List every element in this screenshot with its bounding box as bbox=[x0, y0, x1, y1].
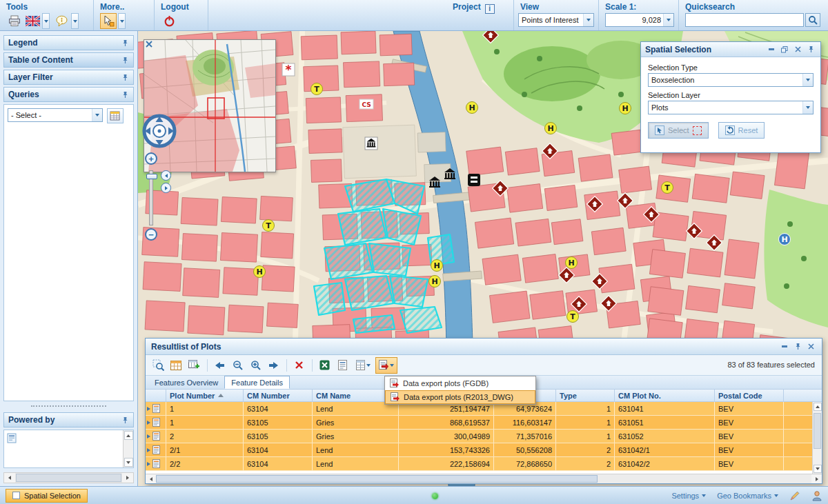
scale-dropdown-caret[interactable] bbox=[663, 14, 673, 26]
project-info-icon[interactable]: i bbox=[485, 4, 495, 14]
clear-selection-button[interactable] bbox=[290, 357, 307, 374]
scrollbar-thumb[interactable] bbox=[156, 475, 598, 483]
reset-button[interactable]: Reset bbox=[718, 122, 765, 139]
minimize-button[interactable] bbox=[779, 341, 790, 352]
pin-icon[interactable] bbox=[805, 44, 816, 54]
row-expand-icon[interactable] bbox=[147, 462, 150, 466]
cs-marker[interactable]: CS bbox=[359, 99, 373, 109]
data-export-button[interactable] bbox=[375, 357, 397, 374]
query-table-button[interactable] bbox=[107, 108, 124, 123]
pin-icon[interactable] bbox=[121, 416, 129, 424]
row-form-icon[interactable] bbox=[152, 404, 160, 413]
quicksearch-button[interactable] bbox=[805, 13, 820, 27]
table-row[interactable]: 1 63105 Gries 868,619537 116,603147 1 63… bbox=[146, 416, 822, 430]
row-expand-icon[interactable] bbox=[147, 421, 150, 425]
scale-combobox[interactable]: 9,028 bbox=[605, 13, 674, 27]
previous-record-button[interactable] bbox=[211, 357, 228, 374]
pan-compass[interactable] bbox=[141, 112, 178, 150]
table-row[interactable]: 2 63105 Gries 300,04989 71,357016 1 6310… bbox=[146, 430, 822, 443]
close-button[interactable] bbox=[792, 44, 803, 54]
quicksearch-input[interactable] bbox=[685, 13, 804, 27]
tab-features-overview[interactable]: Features Overview bbox=[148, 376, 224, 389]
zoom-in-records-button[interactable] bbox=[247, 357, 264, 374]
previous-extent-button[interactable] bbox=[161, 170, 171, 181]
minimize-button[interactable] bbox=[766, 44, 777, 54]
menu-item-export-fgdb[interactable]: Data export plots (FGDB) bbox=[385, 376, 535, 390]
pin-icon[interactable] bbox=[121, 91, 129, 99]
menu-item-export-dwg[interactable]: Data export plots (R2013_DWG) bbox=[385, 390, 535, 404]
tab-feature-details[interactable]: Feature Details bbox=[224, 376, 290, 389]
row-form-icon[interactable] bbox=[152, 432, 160, 441]
pin-icon[interactable] bbox=[121, 74, 129, 81]
spatial-selection-task-button[interactable]: Spatial Selection bbox=[6, 489, 88, 503]
scroll-up-arrow[interactable] bbox=[124, 431, 133, 440]
select-tool-dropdown-caret[interactable] bbox=[118, 13, 126, 29]
scroll-up-arrow[interactable] bbox=[814, 403, 822, 411]
form-view-button[interactable] bbox=[352, 357, 374, 374]
report-button[interactable] bbox=[334, 357, 351, 374]
query-select-dropdown[interactable]: - Select - bbox=[8, 108, 103, 122]
query-select-caret[interactable] bbox=[92, 109, 102, 121]
row-expand-icon[interactable] bbox=[147, 407, 150, 411]
logout-button[interactable] bbox=[161, 13, 177, 29]
sidebar-panel-legend[interactable]: Legend bbox=[3, 35, 134, 50]
scrollbar-thumb[interactable] bbox=[814, 413, 821, 449]
resultlist-titlebar[interactable]: Resultlist of Plots bbox=[146, 339, 822, 355]
show-table-button[interactable] bbox=[168, 357, 184, 374]
zoom-in-button[interactable]: + bbox=[145, 152, 157, 165]
row-form-icon[interactable] bbox=[152, 418, 160, 427]
close-button[interactable] bbox=[805, 341, 816, 352]
flag-icon[interactable] bbox=[468, 174, 480, 186]
language-button[interactable] bbox=[24, 13, 41, 29]
table-horizontal-scrollbar[interactable] bbox=[146, 474, 822, 483]
powered-by-scrollbar[interactable] bbox=[123, 430, 133, 467]
zoom-out-button[interactable]: − bbox=[145, 228, 157, 241]
scroll-right-arrow[interactable] bbox=[811, 474, 822, 483]
select-button[interactable]: Select bbox=[648, 122, 709, 139]
header-postal-code[interactable]: Postal Code bbox=[715, 390, 784, 401]
scrollbar-thumb[interactable] bbox=[16, 474, 121, 482]
sidebar-panel-layer-filter[interactable]: Layer Filter bbox=[3, 70, 134, 85]
overview-close-icon[interactable] bbox=[146, 41, 152, 48]
scroll-down-arrow[interactable] bbox=[814, 465, 822, 473]
spatial-selection-titlebar[interactable]: Spatial Selection bbox=[641, 42, 820, 57]
view-dropdown[interactable]: Points of Interest bbox=[518, 13, 594, 27]
pin-icon[interactable] bbox=[121, 39, 129, 47]
scroll-down-arrow[interactable] bbox=[124, 458, 133, 467]
row-expand-icon[interactable] bbox=[147, 448, 150, 452]
pharmacy-marker[interactable]: * bbox=[282, 63, 295, 77]
header-plot-number[interactable]: Plot Number bbox=[166, 390, 244, 401]
pin-icon[interactable] bbox=[121, 57, 129, 64]
header-type[interactable]: Type bbox=[556, 390, 615, 401]
select-tool-button[interactable] bbox=[100, 13, 117, 29]
geo-bookmarks-menu[interactable]: Geo Bookmarks bbox=[717, 492, 778, 500]
scroll-left-arrow[interactable] bbox=[146, 474, 156, 483]
next-record-button[interactable] bbox=[265, 357, 282, 374]
add-to-selection-button[interactable] bbox=[186, 357, 202, 374]
print-button[interactable] bbox=[6, 13, 23, 29]
sidebar-panel-table-of-content[interactable]: Table of Content bbox=[3, 52, 134, 68]
zoom-slider-handle[interactable] bbox=[146, 174, 157, 179]
header-cm-number[interactable]: CM Number bbox=[244, 390, 313, 401]
identify-button[interactable] bbox=[53, 13, 70, 29]
sidebar-horizontal-scrollbar[interactable] bbox=[3, 472, 134, 483]
zoom-slider[interactable] bbox=[149, 170, 153, 225]
excel-export-button[interactable] bbox=[316, 357, 333, 374]
row-expand-icon[interactable] bbox=[147, 434, 150, 439]
next-extent-button[interactable] bbox=[161, 183, 171, 193]
view-dropdown-caret[interactable] bbox=[583, 14, 593, 26]
selection-type-dropdown[interactable]: Boxselection bbox=[648, 73, 814, 87]
edit-pencil-icon[interactable] bbox=[789, 490, 800, 501]
zoom-to-selection-button[interactable] bbox=[150, 357, 166, 374]
row-form-icon[interactable] bbox=[152, 459, 160, 468]
selection-layer-dropdown[interactable]: Plots bbox=[648, 101, 814, 114]
user-icon[interactable] bbox=[811, 490, 822, 501]
zoom-out-records-button[interactable] bbox=[229, 357, 246, 374]
selection-type-caret[interactable] bbox=[802, 74, 813, 86]
scroll-left-arrow[interactable] bbox=[4, 473, 15, 483]
row-form-icon[interactable] bbox=[152, 445, 160, 454]
landmark-box-icon[interactable] bbox=[365, 137, 377, 150]
table-row[interactable]: 2/2 63104 Lend 222,158694 72,868650 2 63… bbox=[146, 457, 822, 471]
table-row[interactable]: 2/1 63104 Lend 153,743326 50,556208 2 63… bbox=[146, 443, 822, 457]
language-dropdown-caret[interactable] bbox=[42, 13, 50, 29]
